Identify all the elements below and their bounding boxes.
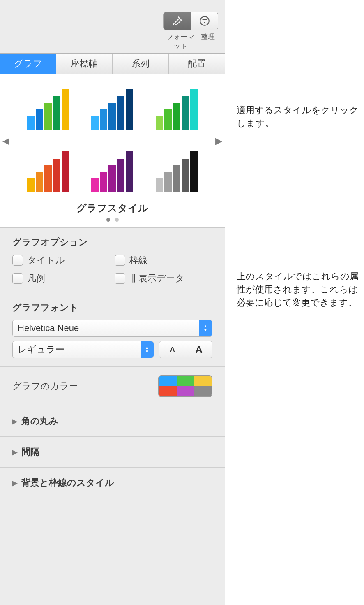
thumb-bar [182, 96, 189, 130]
chart-style-thumb-3[interactable] [147, 81, 207, 130]
swatch-cell [194, 376, 212, 386]
font-weight-value: レギュラー [18, 343, 65, 356]
thumb-bar [100, 109, 107, 130]
thumb-bar [36, 172, 43, 192]
page-dot-1[interactable] [106, 218, 110, 222]
format-label: フォーマット [163, 30, 198, 51]
chart-color-section: グラフのカラー [0, 367, 225, 406]
chart-style-thumb-6[interactable] [147, 144, 207, 192]
thumb-bar [36, 109, 43, 130]
border-checkbox-label: 枠線 [129, 254, 147, 267]
thumb-bar [126, 89, 133, 130]
thumb-bar [164, 109, 172, 130]
inspector-toolbar: フォーマット 整理 [0, 0, 225, 53]
arrange-label: 整理 [198, 30, 218, 51]
swatch-cell [159, 386, 177, 396]
styles-next-arrow[interactable]: ▶ [215, 136, 222, 146]
chart-options-section: グラフオプション タイトル 枠線 凡例 非表示データ [0, 228, 225, 293]
thumb-bar [173, 165, 180, 192]
thumb-bar [173, 103, 180, 130]
thumb-bar [62, 89, 69, 130]
thumb-bar [156, 116, 163, 130]
font-size-smaller-button[interactable]: A [159, 341, 186, 358]
thumb-bar [44, 103, 52, 130]
callout-options: 上のスタイルではこれらの属性が使用されます。これらは必要に応じて変更できます。 [237, 270, 364, 309]
corner-radius-label: 角の丸み [21, 415, 58, 427]
arrange-icon [199, 16, 210, 26]
inspector-tabs: グラフ 座標軸 系列 配置 [0, 53, 225, 74]
select-stepper-icon [141, 341, 154, 358]
thumb-bar [156, 178, 163, 192]
background-border-label: 背景と枠線のスタイル [21, 477, 114, 489]
callout-styles: 適用するスタイルをクリックします。 [237, 104, 364, 130]
arrange-button[interactable] [191, 12, 218, 30]
legend-checkbox-label: 凡例 [27, 272, 45, 285]
callout-leader-line [201, 278, 234, 278]
thumb-bar [91, 116, 99, 130]
thumb-bar [53, 96, 60, 130]
hidden-data-checkbox-label: 非表示データ [129, 272, 184, 285]
chart-options-title: グラフオプション [12, 236, 212, 248]
corner-radius-accordion[interactable]: ▶ 角の丸み [0, 406, 225, 437]
paintbrush-icon [171, 15, 183, 27]
thumb-bar [126, 151, 133, 192]
tab-axes[interactable]: 座標軸 [56, 54, 113, 74]
thumb-bar [190, 89, 198, 130]
thumb-bar [182, 159, 189, 192]
font-family-value: Helvetica Neue [18, 323, 79, 334]
chart-style-thumb-1[interactable] [18, 81, 78, 130]
swatch-cell [159, 376, 177, 386]
page-dots [4, 218, 221, 222]
title-checkbox-label: タイトル [27, 254, 65, 267]
thumb-bar [108, 165, 116, 192]
disclosure-triangle-icon: ▶ [12, 417, 17, 425]
thumb-bar [117, 96, 124, 130]
thumb-bar [44, 165, 52, 192]
chart-font-title: グラフフォント [12, 301, 212, 314]
chart-style-thumb-5[interactable] [82, 144, 142, 192]
thumb-bar [27, 178, 35, 192]
tab-arrange[interactable]: 配置 [169, 54, 225, 74]
styles-prev-arrow[interactable]: ◀ [2, 136, 9, 146]
disclosure-triangle-icon: ▶ [12, 448, 17, 456]
font-weight-select[interactable]: レギュラー [12, 341, 154, 358]
chart-font-section: グラフフォント Helvetica Neue レギュラー A A [0, 293, 225, 367]
chart-color-label: グラフのカラー [12, 380, 78, 392]
chart-styles-title: グラフスタイル [4, 202, 221, 215]
page-dot-2[interactable] [115, 218, 119, 222]
inspector-panel: フォーマット 整理 グラフ 座標軸 系列 配置 ◀ ▶ グラフスタイル グラフオ… [0, 0, 225, 605]
spacing-label: 間隔 [21, 446, 39, 458]
disclosure-triangle-icon: ▶ [12, 479, 17, 487]
swatch-cell [194, 386, 212, 396]
chart-styles-area: ◀ ▶ グラフスタイル [0, 74, 225, 228]
swatch-cell [177, 386, 194, 396]
thumb-bar [164, 172, 172, 192]
select-stepper-icon [199, 320, 212, 336]
format-button[interactable] [164, 12, 191, 30]
font-family-select[interactable]: Helvetica Neue [12, 320, 212, 337]
thumb-bar [53, 159, 60, 192]
title-checkbox[interactable] [12, 255, 23, 266]
tab-series[interactable]: 系列 [113, 54, 169, 74]
thumb-bar [117, 159, 124, 192]
thumb-bar [100, 172, 107, 192]
thumb-bar [62, 151, 69, 192]
chart-style-thumb-2[interactable] [82, 81, 142, 130]
chart-style-thumb-4[interactable] [18, 144, 78, 192]
tab-graph[interactable]: グラフ [0, 54, 56, 74]
thumb-bar [190, 151, 198, 192]
font-size-larger-button[interactable]: A [186, 341, 212, 358]
thumb-bar [91, 178, 99, 192]
swatch-cell [177, 376, 194, 386]
legend-checkbox[interactable] [12, 273, 23, 284]
hidden-data-checkbox[interactable] [115, 273, 125, 284]
spacing-accordion[interactable]: ▶ 間隔 [0, 437, 225, 468]
background-border-accordion[interactable]: ▶ 背景と枠線のスタイル [0, 468, 225, 498]
chart-color-swatch[interactable] [158, 375, 212, 397]
callout-leader-line [201, 112, 234, 112]
thumb-bar [108, 103, 116, 130]
border-checkbox[interactable] [115, 255, 125, 266]
font-size-segment: A A [159, 341, 212, 358]
thumb-bar [27, 116, 35, 130]
